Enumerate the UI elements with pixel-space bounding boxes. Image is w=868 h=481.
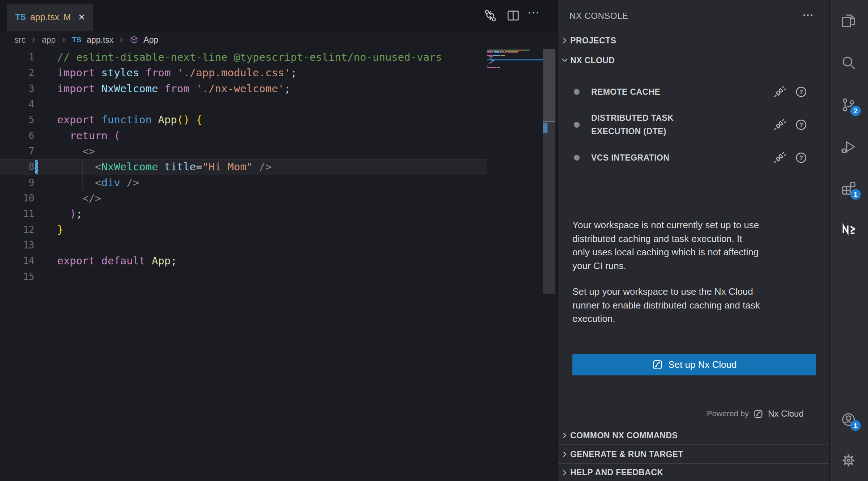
status-dot-icon xyxy=(574,89,580,95)
cloud-item-dte: DISTRIBUTED TASK EXECUTION (DTE) ? xyxy=(558,108,829,141)
setup-nx-cloud-button[interactable]: Set up Nx Cloud xyxy=(572,354,816,375)
breadcrumb-symbol[interactable]: App xyxy=(143,35,158,45)
connect-plug-icon[interactable] xyxy=(773,118,786,132)
section-common-nx-commands[interactable]: COMMON NX COMMANDS xyxy=(558,426,829,445)
editor-tab-bar: TS app.tsx M ✕ ⋯ xyxy=(0,0,557,31)
code-line-1[interactable]: 1// eslint-disable-next-line @typescript… xyxy=(0,50,487,65)
line-number[interactable]: 6 xyxy=(0,128,34,144)
code-line-7[interactable]: 7 <> xyxy=(0,144,487,159)
chevron-right-icon xyxy=(61,37,67,43)
code-text xyxy=(39,97,57,112)
section-label: GENERATE & RUN TARGET xyxy=(570,450,683,459)
vscode-window: TS app.tsx M ✕ ⋯ src app xyxy=(0,0,868,481)
code-line-6[interactable]: 6 return ( xyxy=(0,128,487,144)
symbol-cube-icon xyxy=(130,35,138,44)
open-changes-icon[interactable] xyxy=(483,8,498,23)
breadcrumb-app[interactable]: app xyxy=(42,35,56,45)
run-and-debug-icon[interactable] xyxy=(840,139,857,155)
line-number[interactable]: 15 xyxy=(0,269,34,285)
split-editor-icon[interactable] xyxy=(506,8,521,23)
gutter xyxy=(34,253,39,269)
code-line-13[interactable]: 13 xyxy=(0,238,487,253)
svg-text:?: ? xyxy=(799,122,803,128)
code-line-9[interactable]: 9 <div /> xyxy=(0,175,487,191)
line-number[interactable]: 10 xyxy=(0,191,34,206)
chevron-right-icon xyxy=(561,469,569,477)
panel-more-actions-icon[interactable]: ⋯ xyxy=(802,8,815,22)
line-number[interactable]: 11 xyxy=(0,206,34,222)
code-line-5[interactable]: 5export function App() { xyxy=(0,112,487,128)
chevron-right-icon xyxy=(119,37,125,43)
connect-plug-icon[interactable] xyxy=(773,85,786,99)
cloud-item-label: REMOTE CACHE xyxy=(591,85,660,99)
editor-more-actions-icon[interactable]: ⋯ xyxy=(527,5,540,20)
code-editor[interactable]: 1// eslint-disable-next-line @typescript… xyxy=(0,50,557,285)
search-icon[interactable] xyxy=(840,54,857,71)
question-circle-icon[interactable]: ? xyxy=(794,118,808,132)
code-text xyxy=(39,238,57,253)
explorer-icon[interactable] xyxy=(840,13,857,29)
nx-cloud-logo-icon xyxy=(753,409,763,419)
code-text: return ( xyxy=(39,128,120,144)
code-text: <NxWelcome title="Hi Mom" /> xyxy=(39,159,272,174)
gutter xyxy=(34,128,39,144)
chevron-right-icon xyxy=(561,37,569,44)
gutter xyxy=(34,175,39,191)
typescript-file-icon: TS xyxy=(15,12,26,22)
code-line-8[interactable]: 8 <NxWelcome title="Hi Mom" /> xyxy=(0,159,487,175)
gutter xyxy=(34,269,39,285)
line-number[interactable]: 8 xyxy=(0,159,34,174)
line-number[interactable]: 5 xyxy=(0,112,34,128)
line-number[interactable]: 9 xyxy=(0,175,34,191)
section-nx-cloud[interactable]: NX CLOUD xyxy=(558,50,829,71)
line-number[interactable]: 14 xyxy=(0,253,34,269)
line-number[interactable]: 7 xyxy=(0,144,34,159)
section-label: HELP AND FEEDBACK xyxy=(570,468,663,477)
gutter xyxy=(34,65,39,81)
line-number[interactable]: 2 xyxy=(0,65,34,81)
gutter xyxy=(34,50,39,65)
connect-plug-icon[interactable] xyxy=(773,151,786,165)
breadcrumb-src[interactable]: src xyxy=(14,35,26,45)
breadcrumb-filename[interactable]: app.tsx xyxy=(87,35,113,45)
settings-gear-icon[interactable] xyxy=(840,452,857,469)
code-line-3[interactable]: 3import NxWelcome from './nx-welcome'; xyxy=(0,81,487,97)
code-text: } xyxy=(39,222,63,238)
code-text: </> xyxy=(39,191,101,206)
line-number[interactable]: 13 xyxy=(0,238,34,253)
nx-cloud-logo-icon xyxy=(652,359,663,370)
code-line-15[interactable]: 15 xyxy=(0,269,487,285)
svg-text:?: ? xyxy=(799,89,803,95)
code-text: <> xyxy=(39,144,95,159)
code-line-12[interactable]: 12} xyxy=(0,222,487,238)
code-line-10[interactable]: 10 </> xyxy=(0,191,487,206)
section-help-and-feedback[interactable]: HELP AND FEEDBACK xyxy=(558,463,829,481)
git-modified-gutter-marker xyxy=(34,159,39,174)
tab-app-tsx[interactable]: TS app.tsx M ✕ xyxy=(7,4,93,31)
nx-console-icon[interactable] xyxy=(840,221,857,238)
code-line-14[interactable]: 14export default App; xyxy=(0,253,487,269)
question-circle-icon[interactable]: ? xyxy=(794,151,808,165)
section-generate-run-target[interactable]: GENERATE & RUN TARGET xyxy=(558,444,829,464)
code-line-4[interactable]: 4 xyxy=(0,97,487,112)
chevron-right-icon xyxy=(561,450,569,458)
section-projects[interactable]: PROJECTS xyxy=(558,31,829,50)
gutter xyxy=(34,112,39,128)
line-number[interactable]: 3 xyxy=(0,81,34,97)
line-number[interactable]: 12 xyxy=(0,222,34,238)
typescript-file-icon: TS xyxy=(72,35,82,44)
code-line-11[interactable]: 11 ); xyxy=(0,206,487,222)
minimap[interactable] xyxy=(487,50,543,77)
code-line-2[interactable]: 2import styles from './app.module.css'; xyxy=(0,65,487,81)
panel-header: NX CONSOLE ⋯ xyxy=(558,0,829,22)
close-tab-icon[interactable]: ✕ xyxy=(78,12,85,22)
editor-scrollbar[interactable] xyxy=(543,49,555,294)
question-circle-icon[interactable]: ? xyxy=(794,85,808,99)
code-text: import NxWelcome from './nx-welcome'; xyxy=(39,81,291,97)
gutter xyxy=(34,144,39,159)
setup-button-label: Set up Nx Cloud xyxy=(668,359,736,370)
line-number[interactable]: 4 xyxy=(0,97,34,112)
line-number[interactable]: 1 xyxy=(0,50,34,65)
gutter xyxy=(34,222,39,238)
powered-by-block: Powered by Nx Cloud xyxy=(707,405,804,422)
